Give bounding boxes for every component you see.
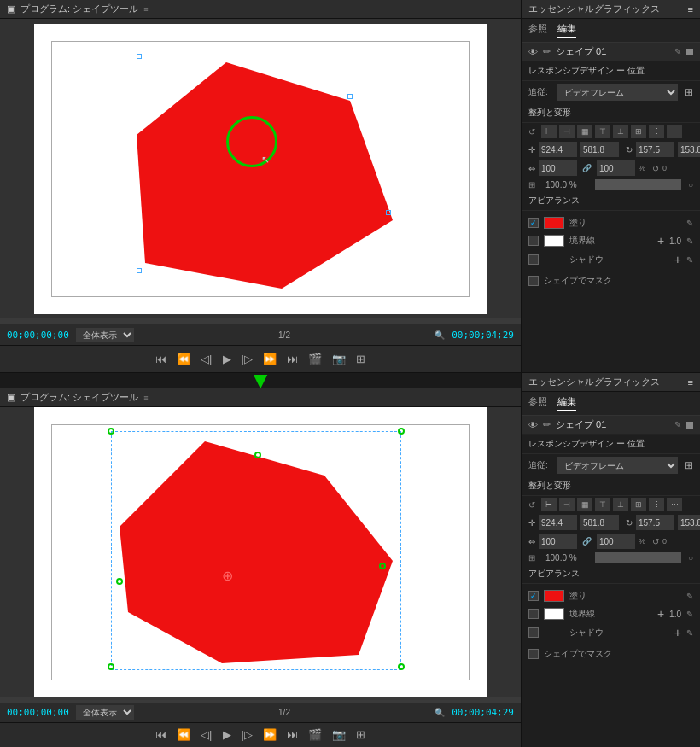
size-w-top[interactable]: 153.8 bbox=[678, 142, 700, 157]
mask-checkbox-top[interactable] bbox=[528, 276, 539, 286]
btransport-step-back[interactable]: ⏪ bbox=[174, 727, 193, 743]
percent-slider-bottom[interactable] bbox=[595, 552, 681, 563]
tab-ref-top[interactable]: 参照 bbox=[528, 22, 547, 38]
fill-edit-bottom[interactable]: ✎ bbox=[686, 592, 693, 601]
transport-step-back-more[interactable]: ⏮ bbox=[153, 351, 169, 367]
align-center-h-top[interactable]: ⊥ bbox=[613, 125, 628, 138]
top-timeline-scrubber[interactable] bbox=[0, 318, 521, 324]
shadow-checkbox-bottom[interactable] bbox=[528, 627, 539, 638]
right-bottom-menu[interactable]: ≡ bbox=[688, 377, 693, 388]
top-view-selector[interactable]: 全体表示 bbox=[76, 328, 134, 342]
fill-swatch-bottom[interactable] bbox=[544, 590, 564, 602]
transport-play-pause[interactable]: ▶ bbox=[220, 351, 234, 367]
sel-anchor-tr[interactable] bbox=[398, 428, 405, 435]
align-right-bottom[interactable]: ▦ bbox=[577, 498, 592, 511]
align-center-h-bottom[interactable]: ⊥ bbox=[613, 498, 628, 511]
sel-anchor-br[interactable] bbox=[398, 663, 405, 670]
size-w-bottom[interactable] bbox=[678, 515, 700, 530]
stroke-swatch-bottom[interactable] bbox=[544, 608, 564, 620]
layer-name-top[interactable]: シェイプ 01 bbox=[556, 45, 606, 58]
follow-select-bottom[interactable]: ビデオフレーム bbox=[557, 457, 678, 474]
rot-bottom[interactable] bbox=[636, 515, 674, 530]
stroke-edit-bottom[interactable]: ✎ bbox=[686, 610, 693, 619]
shadow-checkbox-top[interactable] bbox=[528, 254, 539, 265]
align-bottom-top[interactable]: ⊞ bbox=[631, 125, 646, 138]
right-top-menu[interactable]: ≡ bbox=[688, 4, 693, 15]
dist-h-bottom[interactable]: ⋮ bbox=[649, 498, 664, 511]
shadow-plus-top[interactable]: + bbox=[674, 253, 681, 266]
mask-checkbox-bottom[interactable] bbox=[528, 649, 539, 659]
transport-insert[interactable]: ⊞ bbox=[353, 351, 368, 367]
btransport-insert[interactable]: ⊞ bbox=[353, 727, 368, 743]
shadow-edit-top[interactable]: ✎ bbox=[686, 255, 693, 265]
link-icon-bottom[interactable]: 🔗 bbox=[582, 537, 592, 546]
dist-h-top[interactable]: ⋮ bbox=[649, 125, 664, 138]
sel-anchor-bl[interactable] bbox=[108, 663, 114, 670]
follow-select-top[interactable]: ビデオフレーム bbox=[557, 84, 678, 101]
stroke-checkbox-bottom[interactable] bbox=[528, 609, 539, 619]
scale-x-bottom[interactable] bbox=[539, 534, 577, 549]
btransport-prev-frame[interactable]: ◁| bbox=[198, 727, 214, 743]
rot-top[interactable]: 157.5 bbox=[636, 142, 674, 157]
fill-edit-top[interactable]: ✎ bbox=[686, 219, 693, 228]
align-left-bottom[interactable]: ⊢ bbox=[541, 498, 557, 511]
align-top-bottom[interactable]: ⊤ bbox=[595, 498, 610, 511]
tab-edit-bottom[interactable]: 編集 bbox=[557, 395, 576, 411]
slider-handle-bottom[interactable]: ○ bbox=[688, 553, 693, 563]
eye-icon-bottom[interactable]: 👁 bbox=[528, 420, 538, 430]
transport-camera[interactable]: 📷 bbox=[330, 351, 348, 367]
fill-checkbox-bottom[interactable] bbox=[528, 591, 539, 601]
anchor-bottom-right[interactable] bbox=[386, 210, 391, 215]
fill-checkbox-top[interactable] bbox=[528, 218, 539, 228]
tab-edit-top[interactable]: 編集 bbox=[557, 22, 576, 38]
edit-layer-icon-bottom[interactable]: ✎ bbox=[674, 420, 681, 429]
sel-anchor-mt[interactable] bbox=[254, 452, 261, 458]
bottom-panel-header-menu[interactable]: ≡ bbox=[143, 394, 148, 402]
pos-x-top[interactable]: 924.4 bbox=[539, 142, 577, 157]
btransport-next-frame[interactable]: |▷ bbox=[239, 727, 255, 743]
responsive-icon-bottom[interactable]: ⊞ bbox=[685, 459, 693, 471]
tab-ref-bottom[interactable]: 参照 bbox=[528, 395, 547, 411]
btransport-step-forward-more[interactable]: ⏭ bbox=[284, 727, 300, 743]
sel-anchor-ml[interactable] bbox=[116, 578, 123, 585]
stroke-edit-top[interactable]: ✎ bbox=[686, 236, 693, 246]
panel-header-menu[interactable]: ≡ bbox=[143, 5, 148, 14]
sel-anchor-mr[interactable] bbox=[379, 563, 386, 569]
transport-marker[interactable]: 🎬 bbox=[306, 351, 324, 367]
anchor-bottom-left[interactable] bbox=[137, 268, 142, 273]
dist-v-top[interactable]: ⋯ bbox=[667, 125, 682, 138]
anchor-top-right[interactable] bbox=[347, 94, 353, 99]
align-bottom-bottom[interactable]: ⊞ bbox=[631, 498, 646, 511]
transport-next-frame[interactable]: |▷ bbox=[239, 351, 255, 367]
pos-y-bottom[interactable] bbox=[580, 515, 619, 530]
scale-y-top[interactable]: 100 bbox=[597, 160, 635, 176]
responsive-icon-top[interactable]: ⊞ bbox=[685, 86, 693, 98]
scale-y-bottom[interactable] bbox=[597, 534, 635, 549]
eye-icon-top[interactable]: 👁 bbox=[528, 47, 538, 57]
sel-anchor-tl[interactable] bbox=[108, 428, 114, 435]
stroke-plus-top[interactable]: + bbox=[657, 234, 664, 248]
edit-layer-icon-top[interactable]: ✎ bbox=[674, 47, 681, 56]
shadow-plus-bottom[interactable]: + bbox=[674, 626, 681, 639]
pos-x-bottom[interactable] bbox=[539, 515, 577, 530]
link-icon-top[interactable]: 🔗 bbox=[582, 164, 592, 172]
slider-handle-top[interactable]: ○ bbox=[688, 180, 693, 190]
pos-y-top[interactable]: 581.8 bbox=[580, 142, 619, 157]
reset-icon-top[interactable]: ↺ bbox=[652, 164, 659, 173]
transport-step-forward[interactable]: ⏩ bbox=[260, 351, 279, 367]
shadow-edit-bottom[interactable]: ✎ bbox=[686, 628, 693, 638]
btransport-camera[interactable]: 📷 bbox=[330, 727, 348, 743]
stroke-swatch-top[interactable] bbox=[544, 235, 564, 247]
reset-icon-bottom[interactable]: ↺ bbox=[652, 537, 659, 546]
align-right-top[interactable]: ▦ bbox=[577, 125, 592, 138]
stroke-plus-bottom[interactable]: + bbox=[657, 607, 664, 621]
dist-v-bottom[interactable]: ⋯ bbox=[667, 498, 682, 511]
btransport-step-back-more[interactable]: ⏮ bbox=[153, 727, 169, 743]
stroke-checkbox-top[interactable] bbox=[528, 236, 539, 246]
percent-slider-top[interactable] bbox=[595, 179, 681, 190]
align-center-v-top[interactable]: ⊣ bbox=[559, 125, 575, 138]
transport-step-forward-more[interactable]: ⏭ bbox=[284, 351, 300, 367]
fill-swatch-top[interactable] bbox=[544, 217, 564, 229]
btransport-marker[interactable]: 🎬 bbox=[306, 727, 324, 743]
align-top-top[interactable]: ⊤ bbox=[595, 125, 610, 138]
